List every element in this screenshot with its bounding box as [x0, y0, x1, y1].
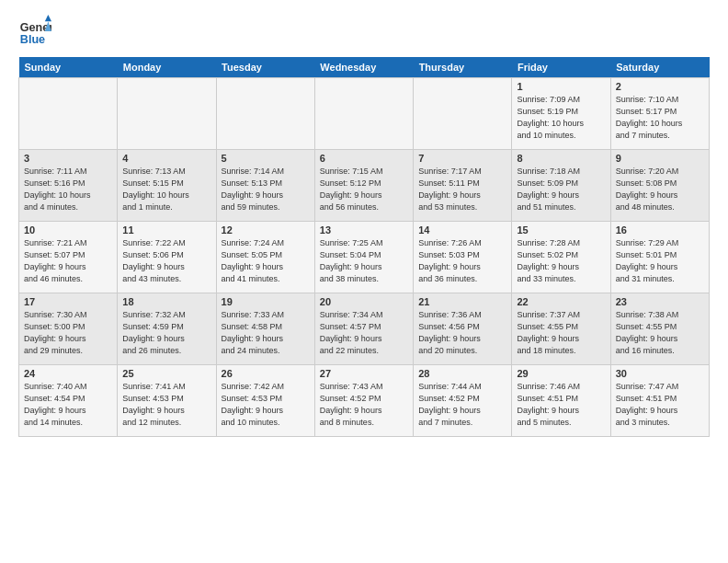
- day-info: Sunrise: 7:22 AM Sunset: 5:06 PM Dayligh…: [122, 237, 210, 285]
- day-cell: [414, 78, 512, 150]
- day-cell: [216, 78, 314, 150]
- day-cell: 8Sunrise: 7:18 AM Sunset: 5:09 PM Daylig…: [512, 150, 610, 222]
- day-cell: 7Sunrise: 7:17 AM Sunset: 5:11 PM Daylig…: [414, 150, 512, 222]
- day-info: Sunrise: 7:33 AM Sunset: 4:58 PM Dayligh…: [222, 309, 310, 357]
- day-info: Sunrise: 7:37 AM Sunset: 4:55 PM Dayligh…: [517, 309, 605, 357]
- day-info: Sunrise: 7:26 AM Sunset: 5:03 PM Dayligh…: [418, 237, 506, 285]
- day-number: 2: [616, 81, 704, 92]
- day-cell: 30Sunrise: 7:47 AM Sunset: 4:51 PM Dayli…: [610, 365, 709, 437]
- day-cell: 15Sunrise: 7:28 AM Sunset: 5:02 PM Dayli…: [512, 222, 610, 293]
- day-info: Sunrise: 7:46 AM Sunset: 4:51 PM Dayligh…: [517, 381, 605, 429]
- day-number: 23: [616, 296, 704, 307]
- day-cell: 11Sunrise: 7:22 AM Sunset: 5:06 PM Dayli…: [118, 222, 216, 293]
- day-number: 9: [616, 153, 704, 164]
- day-number: 3: [24, 153, 112, 164]
- day-info: Sunrise: 7:38 AM Sunset: 4:55 PM Dayligh…: [616, 309, 704, 357]
- day-number: 16: [616, 224, 704, 236]
- day-cell: 22Sunrise: 7:37 AM Sunset: 4:55 PM Dayli…: [512, 293, 610, 365]
- day-info: Sunrise: 7:11 AM Sunset: 5:16 PM Dayligh…: [24, 166, 112, 213]
- day-number: 25: [122, 368, 210, 379]
- day-cell: 27Sunrise: 7:43 AM Sunset: 4:52 PM Dayli…: [314, 365, 413, 437]
- day-cell: 3Sunrise: 7:11 AM Sunset: 5:16 PM Daylig…: [19, 150, 118, 222]
- day-cell: 4Sunrise: 7:13 AM Sunset: 5:15 PM Daylig…: [118, 150, 216, 222]
- weekday-header-wednesday: Wednesday: [314, 57, 413, 78]
- day-number: 8: [517, 153, 605, 164]
- day-cell: 17Sunrise: 7:30 AM Sunset: 5:00 PM Dayli…: [19, 293, 118, 365]
- day-cell: 13Sunrise: 7:25 AM Sunset: 5:04 PM Dayli…: [314, 222, 413, 293]
- day-cell: 14Sunrise: 7:26 AM Sunset: 5:03 PM Dayli…: [414, 222, 512, 293]
- day-info: Sunrise: 7:14 AM Sunset: 5:13 PM Dayligh…: [222, 166, 310, 213]
- day-cell: 23Sunrise: 7:38 AM Sunset: 4:55 PM Dayli…: [610, 293, 709, 365]
- page: General Blue SundayMondayTuesdayWednesda…: [0, 0, 728, 446]
- day-number: 19: [222, 296, 310, 307]
- day-number: 17: [24, 296, 112, 307]
- day-number: 21: [418, 296, 506, 307]
- week-row-4: 17Sunrise: 7:30 AM Sunset: 5:00 PM Dayli…: [19, 293, 710, 365]
- day-number: 30: [616, 368, 704, 379]
- day-info: Sunrise: 7:43 AM Sunset: 4:52 PM Dayligh…: [320, 381, 408, 429]
- day-cell: 21Sunrise: 7:36 AM Sunset: 4:56 PM Dayli…: [414, 293, 512, 365]
- day-cell: 25Sunrise: 7:41 AM Sunset: 4:53 PM Dayli…: [118, 365, 216, 437]
- day-info: Sunrise: 7:47 AM Sunset: 4:51 PM Dayligh…: [616, 381, 704, 429]
- header: General Blue: [18, 15, 710, 48]
- day-info: Sunrise: 7:10 AM Sunset: 5:17 PM Dayligh…: [616, 94, 704, 142]
- day-info: Sunrise: 7:34 AM Sunset: 4:57 PM Dayligh…: [320, 309, 408, 357]
- day-info: Sunrise: 7:25 AM Sunset: 5:04 PM Dayligh…: [320, 237, 408, 285]
- day-number: 15: [517, 224, 605, 236]
- week-row-5: 24Sunrise: 7:40 AM Sunset: 4:54 PM Dayli…: [19, 365, 710, 437]
- day-info: Sunrise: 7:42 AM Sunset: 4:53 PM Dayligh…: [222, 381, 310, 429]
- day-cell: 29Sunrise: 7:46 AM Sunset: 4:51 PM Dayli…: [512, 365, 610, 437]
- day-number: 24: [24, 368, 112, 379]
- day-cell: 2Sunrise: 7:10 AM Sunset: 5:17 PM Daylig…: [610, 78, 709, 150]
- svg-text:Blue: Blue: [20, 33, 45, 46]
- weekday-header-saturday: Saturday: [610, 57, 709, 78]
- day-cell: [19, 78, 118, 150]
- day-number: 18: [122, 296, 210, 307]
- day-cell: 26Sunrise: 7:42 AM Sunset: 4:53 PM Dayli…: [216, 365, 314, 437]
- day-cell: [314, 78, 413, 150]
- day-cell: [118, 78, 216, 150]
- logo-icon: General Blue: [18, 15, 51, 48]
- day-info: Sunrise: 7:17 AM Sunset: 5:11 PM Dayligh…: [418, 166, 506, 213]
- weekday-header-sunday: Sunday: [19, 57, 118, 78]
- week-row-1: 1Sunrise: 7:09 AM Sunset: 5:19 PM Daylig…: [19, 78, 710, 150]
- day-info: Sunrise: 7:15 AM Sunset: 5:12 PM Dayligh…: [320, 166, 408, 213]
- day-info: Sunrise: 7:30 AM Sunset: 5:00 PM Dayligh…: [24, 309, 112, 357]
- day-number: 5: [222, 153, 310, 164]
- day-info: Sunrise: 7:13 AM Sunset: 5:15 PM Dayligh…: [122, 166, 210, 213]
- day-cell: 24Sunrise: 7:40 AM Sunset: 4:54 PM Dayli…: [19, 365, 118, 437]
- day-number: 26: [222, 368, 310, 379]
- day-cell: 20Sunrise: 7:34 AM Sunset: 4:57 PM Dayli…: [314, 293, 413, 365]
- week-row-3: 10Sunrise: 7:21 AM Sunset: 5:07 PM Dayli…: [19, 222, 710, 293]
- weekday-header-monday: Monday: [118, 57, 216, 78]
- day-number: 11: [122, 224, 210, 236]
- day-cell: 6Sunrise: 7:15 AM Sunset: 5:12 PM Daylig…: [314, 150, 413, 222]
- day-number: 27: [320, 368, 408, 379]
- day-number: 1: [517, 81, 605, 92]
- day-cell: 5Sunrise: 7:14 AM Sunset: 5:13 PM Daylig…: [216, 150, 314, 222]
- day-number: 29: [517, 368, 605, 379]
- day-info: Sunrise: 7:36 AM Sunset: 4:56 PM Dayligh…: [418, 309, 506, 357]
- day-number: 10: [24, 224, 112, 236]
- day-info: Sunrise: 7:21 AM Sunset: 5:07 PM Dayligh…: [24, 237, 112, 285]
- day-number: 4: [122, 153, 210, 164]
- day-info: Sunrise: 7:24 AM Sunset: 5:05 PM Dayligh…: [222, 237, 310, 285]
- day-cell: 18Sunrise: 7:32 AM Sunset: 4:59 PM Dayli…: [118, 293, 216, 365]
- day-cell: 28Sunrise: 7:44 AM Sunset: 4:52 PM Dayli…: [414, 365, 512, 437]
- day-info: Sunrise: 7:20 AM Sunset: 5:08 PM Dayligh…: [616, 166, 704, 213]
- weekday-header-row: SundayMondayTuesdayWednesdayThursdayFrid…: [19, 57, 710, 78]
- week-row-2: 3Sunrise: 7:11 AM Sunset: 5:16 PM Daylig…: [19, 150, 710, 222]
- day-number: 20: [320, 296, 408, 307]
- day-cell: 19Sunrise: 7:33 AM Sunset: 4:58 PM Dayli…: [216, 293, 314, 365]
- day-info: Sunrise: 7:40 AM Sunset: 4:54 PM Dayligh…: [24, 381, 112, 429]
- weekday-header-tuesday: Tuesday: [216, 57, 314, 78]
- weekday-header-thursday: Thursday: [414, 57, 512, 78]
- day-number: 7: [418, 153, 506, 164]
- day-cell: 9Sunrise: 7:20 AM Sunset: 5:08 PM Daylig…: [610, 150, 709, 222]
- weekday-header-friday: Friday: [512, 57, 610, 78]
- calendar-table: SundayMondayTuesdayWednesdayThursdayFrid…: [18, 57, 710, 437]
- day-info: Sunrise: 7:28 AM Sunset: 5:02 PM Dayligh…: [517, 237, 605, 285]
- day-number: 22: [517, 296, 605, 307]
- day-cell: 16Sunrise: 7:29 AM Sunset: 5:01 PM Dayli…: [610, 222, 709, 293]
- day-number: 12: [222, 224, 310, 236]
